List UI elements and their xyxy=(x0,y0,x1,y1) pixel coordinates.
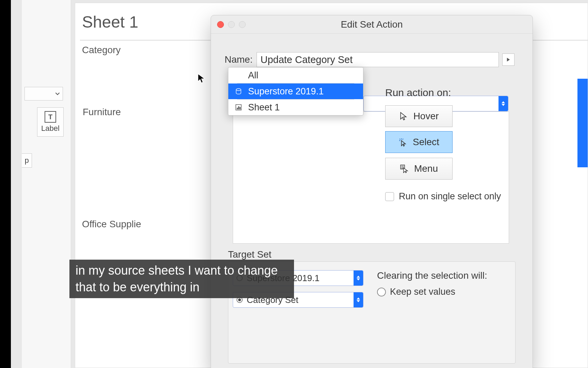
marks-label-card[interactable]: T Label xyxy=(37,107,64,137)
spinner-icon xyxy=(354,292,363,307)
cursor-icon xyxy=(399,112,408,121)
button-label: Hover xyxy=(413,111,439,122)
datasource-icon xyxy=(235,88,242,95)
dropdown-item-label: Superstore 2019.1 xyxy=(248,86,324,97)
app-background: T Label p Sheet 1 Category Furniture Off… xyxy=(11,0,588,368)
row-label-office-supplies: Office Supplie xyxy=(82,219,141,230)
column-header-category: Category xyxy=(82,45,121,56)
cursor-menu-icon xyxy=(400,164,409,173)
run-on-hover-button[interactable]: Hover xyxy=(385,105,453,127)
text-icon: T xyxy=(45,111,56,123)
dropdown-item-sheet1[interactable]: Sheet 1 xyxy=(228,99,363,115)
clearing-option-keep[interactable]: Keep set values xyxy=(377,287,455,297)
play-icon xyxy=(506,57,511,62)
name-row: Name: xyxy=(225,52,514,67)
radio-button[interactable] xyxy=(377,288,386,296)
clearing-label: Clearing the selection will: xyxy=(377,270,487,281)
left-dropdown-fragment[interactable] xyxy=(24,87,63,101)
run-on-menu-button[interactable]: Menu xyxy=(385,158,453,180)
cursor-click-icon xyxy=(398,138,407,147)
svg-rect-4 xyxy=(240,107,241,109)
worksheet-icon xyxy=(235,104,242,111)
run-on-select-button[interactable]: Select xyxy=(385,131,453,153)
worksheet-area: Sheet 1 Category Furniture Office Suppli… xyxy=(75,3,588,368)
svg-rect-2 xyxy=(237,108,238,109)
spinner-icon xyxy=(354,271,363,286)
single-select-checkbox[interactable] xyxy=(385,192,394,201)
button-label: Select xyxy=(413,137,439,148)
single-select-label: Run on single select only xyxy=(399,191,501,202)
single-select-row[interactable]: Run on single select only xyxy=(385,191,501,202)
row-label-furniture: Furniture xyxy=(83,107,121,118)
video-caption: in my source sheets I want to change tha… xyxy=(69,260,294,298)
name-label: Name: xyxy=(225,54,252,65)
radio-label: Keep set values xyxy=(390,287,455,297)
svg-rect-3 xyxy=(238,106,239,109)
target-set-label: Target Set xyxy=(228,249,272,260)
dialog-titlebar: Edit Set Action xyxy=(211,15,533,34)
left-fragment-p: p xyxy=(22,153,32,168)
edit-set-action-dialog: Edit Set Action Name: All Superstore 201… xyxy=(211,15,533,368)
source-dropdown-popup: All Superstore 2019.1 Sheet 1 xyxy=(228,67,363,116)
dropdown-item-all[interactable]: All xyxy=(228,67,363,83)
insert-menu-button[interactable] xyxy=(502,53,514,66)
source-sheets-listbox[interactable] xyxy=(233,111,509,244)
dropdown-item-label: Sheet 1 xyxy=(248,102,280,113)
dropdown-item-superstore[interactable]: Superstore 2019.1 xyxy=(228,83,363,99)
dialog-title: Edit Set Action xyxy=(211,19,533,30)
spinner-icon xyxy=(499,96,508,111)
marks-label-text: Label xyxy=(41,124,60,133)
action-name-input[interactable] xyxy=(257,52,499,67)
sheet-title: Sheet 1 xyxy=(82,13,138,31)
chevron-down-icon xyxy=(55,91,60,96)
run-action-label: Run action on: xyxy=(385,87,451,98)
svg-point-0 xyxy=(236,89,241,91)
bar-fragment xyxy=(577,79,588,167)
button-label: Menu xyxy=(414,163,438,174)
left-sidebar xyxy=(22,0,71,368)
